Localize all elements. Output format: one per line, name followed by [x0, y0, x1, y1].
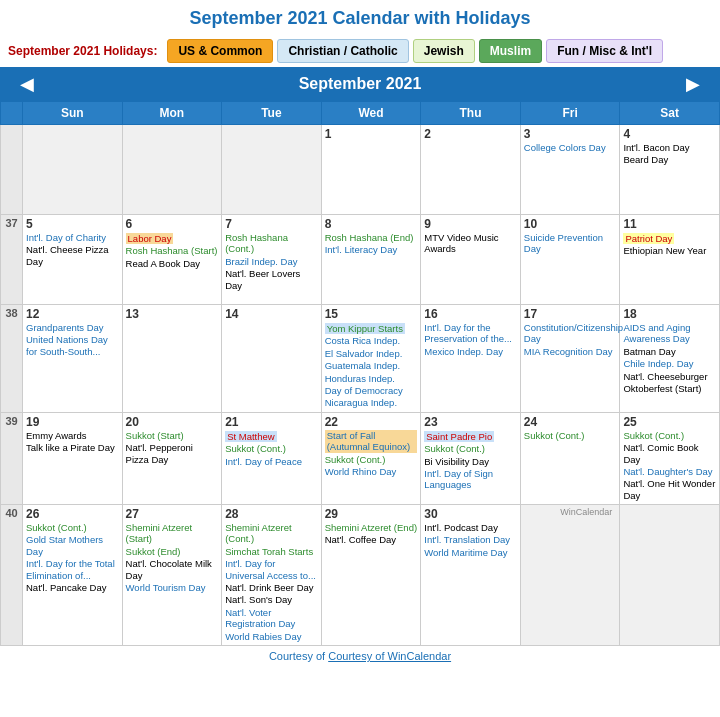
day-cell-30: 30 Int'l. Podcast Day Int'l. Translation… — [421, 505, 521, 646]
event: Sukkot (Cont.) — [26, 522, 119, 533]
header-thu: Thu — [421, 102, 521, 125]
day-cell-13: 13 — [122, 305, 222, 413]
event: MTV Video Music Awards — [424, 232, 517, 255]
header-wed: Wed — [321, 102, 421, 125]
tab-christian[interactable]: Christian / Catholic — [277, 39, 408, 63]
event: World Tourism Day — [126, 582, 219, 593]
page-title: September 2021 Calendar with Holidays — [0, 0, 720, 35]
event: St Matthew — [225, 431, 277, 442]
day-number: 4 — [623, 127, 716, 141]
day-cell-26: 26 Sukkot (Cont.) Gold Star Mothers Day … — [23, 505, 123, 646]
day-cell-3: 3 College Colors Day — [520, 125, 620, 215]
event: Emmy Awards — [26, 430, 119, 441]
day-cell-5: 5 Int'l. Day of Charity Nat'l. Cheese Pi… — [23, 215, 123, 305]
event: Shemini Atzeret (Start) — [126, 522, 219, 545]
event: Int'l. Day of Peace — [225, 456, 318, 467]
day-number: 24 — [524, 415, 617, 429]
day-number: 2 — [424, 127, 517, 141]
day-number: 28 — [225, 507, 318, 521]
calendar-nav: ◀ September 2021 ▶ — [0, 67, 720, 101]
day-number: 10 — [524, 217, 617, 231]
month-year-label: September 2021 — [299, 75, 422, 93]
tab-jewish[interactable]: Jewish — [413, 39, 475, 63]
prev-month-button[interactable]: ◀ — [10, 73, 44, 95]
header-sun: Sun — [23, 102, 123, 125]
event: MIA Recognition Day — [524, 346, 617, 357]
event: Nat'l. Son's Day — [225, 594, 318, 605]
day-cell-empty — [23, 125, 123, 215]
next-month-button[interactable]: ▶ — [676, 73, 710, 95]
event: Mexico Indep. Day — [424, 346, 517, 357]
tab-fun[interactable]: Fun / Misc & Int'l — [546, 39, 663, 63]
event: Grandparents Day — [26, 322, 119, 333]
event: Nat'l. One Hit Wonder Day — [623, 478, 716, 501]
day-number: 12 — [26, 307, 119, 321]
table-row: 37 5 Int'l. Day of Charity Nat'l. Cheese… — [1, 215, 720, 305]
header-tue: Tue — [222, 102, 322, 125]
event: Nat'l. Coffee Day — [325, 534, 418, 545]
event: Rosh Hashana (Start) — [126, 245, 219, 256]
table-row: 1 2 3 College Colors Day 4 Int'l. Bacon … — [1, 125, 720, 215]
day-cell-19: 19 Emmy Awards Talk like a Pirate Day — [23, 412, 123, 504]
day-number: 8 — [325, 217, 418, 231]
event: Sukkot (End) — [126, 546, 219, 557]
event: Nat'l. Voter Registration Day — [225, 607, 318, 630]
day-cell-21: 21 St Matthew Sukkot (Cont.) Int'l. Day … — [222, 412, 322, 504]
event: Int'l. Bacon Day — [623, 142, 716, 153]
header-sat: Sat — [620, 102, 720, 125]
event: Constitution/Citizenship Day — [524, 322, 617, 345]
day-cell-17: 17 Constitution/Citizenship Day MIA Reco… — [520, 305, 620, 413]
event: Int'l. Day for the Total Elimination of.… — [26, 558, 119, 581]
courtesy-link[interactable]: Courtesy of WinCalendar — [328, 650, 451, 662]
calendar-table: Sun Mon Tue Wed Thu Fri Sat 1 2 3 Colleg… — [0, 101, 720, 646]
event: Day of Democracy — [325, 385, 418, 396]
tab-muslim[interactable]: Muslim — [479, 39, 542, 63]
event: Beard Day — [623, 154, 716, 165]
day-number: 3 — [524, 127, 617, 141]
event: Batman Day — [623, 346, 716, 357]
day-cell-empty: WinCalendar — [520, 505, 620, 646]
holidays-label: September 2021 Holidays: — [8, 44, 157, 58]
event: Int'l. Translation Day — [424, 534, 517, 545]
event: Int'l. Literacy Day — [325, 244, 418, 255]
event: Costa Rica Indep. — [325, 335, 418, 346]
event: Int'l. Podcast Day — [424, 522, 517, 533]
event: Nat'l. Comic Book Day — [623, 442, 716, 465]
event: Guatemala Indep. — [325, 360, 418, 371]
event: Rosh Hashana (End) — [325, 232, 418, 243]
day-cell-12: 12 Grandparents Day United Nations Day f… — [23, 305, 123, 413]
event: World Rhino Day — [325, 466, 418, 477]
event: Sukkot (Cont.) — [524, 430, 617, 441]
event: Talk like a Pirate Day — [26, 442, 119, 453]
event: Nat'l. Beer Lovers Day — [225, 268, 318, 291]
event: Labor Day — [126, 233, 174, 244]
day-number: 17 — [524, 307, 617, 321]
day-cell-9: 9 MTV Video Music Awards — [421, 215, 521, 305]
day-number: 20 — [126, 415, 219, 429]
holidays-bar: September 2021 Holidays: US & Common Chr… — [0, 35, 720, 67]
event: Ethiopian New Year — [623, 245, 716, 256]
day-cell-25: 25 Sukkot (Cont.) Nat'l. Comic Book Day … — [620, 412, 720, 504]
wincalendar-note: WinCalendar — [524, 507, 617, 517]
event: World Maritime Day — [424, 547, 517, 558]
day-number: 30 — [424, 507, 517, 521]
day-number: 9 — [424, 217, 517, 231]
week-num-cell: 37 — [1, 215, 23, 305]
event: Oktoberfest (Start) — [623, 383, 716, 394]
day-cell-15: 15 Yom Kippur Starts Costa Rica Indep. E… — [321, 305, 421, 413]
day-cell-1: 1 — [321, 125, 421, 215]
event: Suicide Prevention Day — [524, 232, 617, 255]
courtesy-bar: Courtesy of Courtesy of WinCalendar — [0, 646, 720, 666]
event: Sukkot (Start) — [126, 430, 219, 441]
event: El Salvador Indep. — [325, 348, 418, 359]
day-cell-20: 20 Sukkot (Start) Nat'l. Pepperoni Pizza… — [122, 412, 222, 504]
event: Saint Padre Pio — [424, 431, 494, 442]
week-num-cell: 40 — [1, 505, 23, 646]
week-num-cell: 38 — [1, 305, 23, 413]
tab-us[interactable]: US & Common — [167, 39, 273, 63]
event: Patriot Day — [623, 233, 674, 244]
week-num-cell — [1, 125, 23, 215]
day-cell-6: 6 Labor Day Rosh Hashana (Start) Read A … — [122, 215, 222, 305]
event: Gold Star Mothers Day — [26, 534, 119, 557]
event: Yom Kippur Starts — [325, 323, 405, 334]
